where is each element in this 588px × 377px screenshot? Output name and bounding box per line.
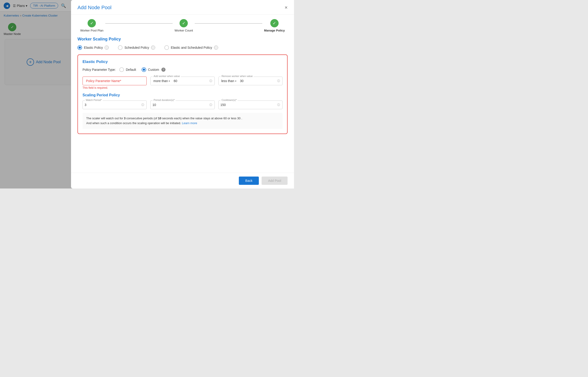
step3-label: Manage Policy: [264, 29, 285, 32]
cooldown-field: Cooldown(s)* 150 ⓘ: [218, 100, 282, 109]
desc-bold2: 10: [158, 117, 161, 120]
learn-more-link[interactable]: Learn more: [182, 121, 197, 125]
remove-worker-condition-select[interactable]: less than ▾: [219, 77, 238, 85]
policy-param-name-field: This field is required.: [82, 77, 147, 89]
watch-period-value: 3: [83, 101, 139, 109]
remove-worker-value: 30: [238, 77, 275, 85]
remove-worker-condition-label: less than: [221, 79, 234, 83]
step-manage-policy: ✓ Manage Policy: [264, 19, 285, 32]
watch-period-input-row: 3 ⓘ: [82, 100, 147, 109]
add-worker-chevron-icon: ▾: [169, 80, 170, 82]
elastic-scheduled-policy-info-icon[interactable]: ⓘ: [214, 46, 218, 50]
scheduled-policy-option[interactable]: Scheduled Policy ⓘ: [118, 45, 155, 50]
policy-param-error: This field is required.: [82, 86, 147, 89]
scheduled-policy-info-icon[interactable]: ⓘ: [151, 46, 155, 50]
policy-options: Elastic Policy ⓘ Scheduled Policy ⓘ Elas…: [77, 45, 288, 50]
custom-radio[interactable]: [141, 67, 146, 72]
scheduled-policy-label: Scheduled Policy: [124, 46, 149, 49]
desc-text4: And when such a condition occurs the sca…: [86, 121, 182, 125]
step-line-1: [105, 23, 173, 24]
description-box: The scaler will watch out for 3 consecut…: [82, 113, 282, 129]
step1-check: ✓: [88, 19, 96, 27]
add-worker-condition-select[interactable]: more than ▾: [151, 77, 172, 85]
scheduled-policy-radio[interactable]: [118, 45, 122, 50]
watch-period-legend: Watch Period*: [85, 99, 103, 101]
scaling-period-title: Scaling Period Policy: [82, 93, 282, 97]
desc-text3: seconds each) when the value stays at ab…: [161, 117, 242, 120]
cooldown-info-icon[interactable]: ⓘ: [275, 103, 282, 107]
add-worker-input-row: more than ▾ 60 ⓘ: [150, 77, 214, 85]
modal: Add Node Pool × ✓ Worker Pool Plan ✓ Wor…: [71, 0, 294, 188]
desc-text2: consecutive periods (of: [126, 117, 158, 120]
cooldown-value: 150: [219, 101, 275, 109]
custom-option[interactable]: Custom ?: [141, 67, 165, 72]
add-worker-field: Add worker when value more than ▾ 60 ⓘ: [150, 77, 214, 89]
policy-fields-row: This field is required. Add worker when …: [82, 77, 282, 89]
add-worker-legend: Add worker when value: [153, 75, 181, 77]
remove-worker-chevron-icon: ▾: [235, 80, 236, 82]
modal-footer: Back Add Pool: [71, 173, 294, 188]
add-worker-value: 60: [172, 77, 207, 85]
remove-worker-input-row: less than ▾ 30 ⓘ: [218, 77, 282, 85]
step2-label: Worker Count: [175, 29, 193, 32]
elastic-scheduled-policy-radio[interactable]: [164, 45, 169, 50]
period-duration-field: Period duration(s)* 10 ⓘ: [150, 100, 214, 109]
back-button[interactable]: Back: [239, 177, 259, 185]
elastic-policy-radio[interactable]: [77, 45, 82, 50]
add-worker-info-icon[interactable]: ⓘ: [207, 79, 214, 83]
elastic-scheduled-policy-label: Elastic and Scheduled Policy: [171, 46, 212, 49]
remove-worker-info-icon[interactable]: ⓘ: [275, 79, 282, 83]
elastic-scheduled-policy-option[interactable]: Elastic and Scheduled Policy ⓘ: [164, 45, 218, 50]
watch-period-field: Watch Period* 3 ⓘ: [82, 100, 147, 109]
period-duration-input-row: 10 ⓘ: [150, 100, 214, 109]
cooldown-input-row: 150 ⓘ: [218, 100, 282, 109]
step-line-2: [195, 23, 262, 24]
modal-header: Add Node Pool ×: [71, 0, 294, 14]
stepper: ✓ Worker Pool Plan ✓ Worker Count ✓ Mana…: [71, 14, 294, 37]
desc-text1: The scaler will watch out for: [86, 117, 124, 120]
step2-check: ✓: [179, 19, 188, 27]
remove-worker-legend: Remove worker when value: [221, 75, 254, 77]
elastic-policy-box: Elastic Policy Policy Parameter Type: De…: [77, 55, 288, 134]
worker-scaling-policy-title: Worker Scaling Policy: [77, 37, 288, 42]
modal-title: Add Node Pool: [77, 5, 111, 11]
cooldown-legend: Cooldown(s)*: [221, 99, 238, 101]
watch-period-info-icon[interactable]: ⓘ: [139, 103, 146, 107]
custom-label: Custom: [148, 68, 159, 71]
custom-info-icon[interactable]: ?: [161, 68, 165, 72]
add-pool-button[interactable]: Add Pool: [262, 177, 288, 185]
period-duration-legend: Period duration(s)*: [153, 99, 176, 101]
elastic-policy-option[interactable]: Elastic Policy ⓘ: [77, 45, 109, 50]
param-type-options: Default Custom ?: [119, 67, 165, 72]
step-worker-count: ✓ Worker Count: [175, 19, 193, 32]
add-worker-condition-label: more than: [153, 79, 168, 83]
elastic-policy-title: Elastic Policy: [82, 59, 282, 64]
default-radio[interactable]: [119, 67, 124, 72]
policy-param-type-row: Policy Parameter Type: Default Custom ?: [82, 67, 282, 72]
elastic-policy-info-icon[interactable]: ⓘ: [105, 46, 109, 50]
elastic-policy-label: Elastic Policy: [84, 46, 103, 49]
scaling-period-fields-row: Watch Period* 3 ⓘ Period duration(s)* 10…: [82, 100, 282, 109]
param-type-label: Policy Parameter Type:: [82, 68, 116, 71]
step-worker-pool-plan: ✓ Worker Pool Plan: [80, 19, 104, 32]
default-option[interactable]: Default: [119, 67, 136, 72]
step3-check: ✓: [270, 19, 279, 27]
policy-param-name-input[interactable]: [82, 77, 147, 85]
period-duration-value: 10: [151, 101, 207, 109]
default-label: Default: [126, 68, 136, 71]
period-duration-info-icon[interactable]: ⓘ: [207, 103, 214, 107]
close-button[interactable]: ×: [285, 5, 288, 10]
modal-body: Worker Scaling Policy Elastic Policy ⓘ S…: [71, 37, 294, 173]
remove-worker-field: Remove worker when value less than ▾ 30 …: [218, 77, 282, 89]
step1-label: Worker Pool Plan: [80, 29, 104, 32]
